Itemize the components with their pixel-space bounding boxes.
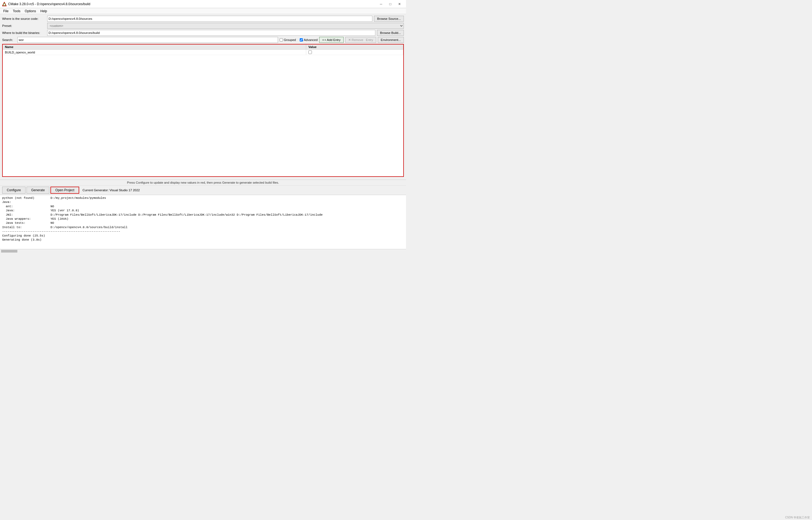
menu-help[interactable]: Help	[38, 9, 49, 14]
generator-text: Current Generator: Visual Studio 17 2022	[82, 188, 140, 192]
row-value[interactable]	[306, 50, 403, 55]
h-scroll-thumb[interactable]	[1, 250, 17, 253]
title-bar-controls: ─ □ ✕	[377, 1, 404, 7]
log-line-0: python (not found) D:/my_project/modules…	[2, 196, 404, 200]
value-checkbox-cell	[308, 50, 401, 54]
config-table-container: Name Value BUILD_opencv_world	[2, 44, 404, 177]
log-line-4: JNI: D:/Program Files/BellSoft/LibericaJ…	[2, 213, 404, 217]
log-line-12: Generating done (3.8s)	[2, 238, 404, 242]
binaries-row: Where to build the binaries: Browse Buil…	[2, 30, 404, 36]
add-entry-button[interactable]: + + Add Entry	[319, 37, 344, 43]
checkbox-group: Grouped Advanced	[280, 38, 318, 42]
search-input[interactable]	[17, 37, 278, 43]
environment-button[interactable]: Environment...	[378, 37, 404, 43]
log-line-9: ----------------------------------------…	[2, 230, 404, 234]
cmake-icon	[2, 2, 6, 6]
menu-tools[interactable]: Tools	[10, 9, 23, 14]
remove-entry-button[interactable]: ✕ Remove Entry	[345, 37, 376, 43]
col-name: Name	[3, 45, 306, 50]
source-label: Where is the source code:	[2, 17, 46, 20]
log-line-5: Java wrappers: YES (JAVA)	[2, 217, 404, 221]
row-name: BUILD_opencv_world	[3, 50, 306, 55]
horizontal-scrollbar[interactable]	[0, 249, 406, 253]
title-bar-title: CMake 3.28.0-rc5 - D:/opencv/opencv4.8.0…	[8, 2, 90, 6]
bottom-buttons: Configure Generate Open Project Current …	[0, 185, 406, 195]
source-code-row: Where is the source code: Browse Source.…	[2, 16, 404, 22]
configure-button[interactable]: Configure	[2, 187, 26, 194]
table-body: BUILD_opencv_world	[3, 50, 403, 55]
binaries-label: Where to build the binaries:	[2, 31, 46, 34]
table-row: BUILD_opencv_world	[3, 50, 403, 55]
log-line-2: ant: NO	[2, 205, 404, 209]
status-message: Press Configure to update and display ne…	[127, 181, 279, 184]
log-line-3: Java: YES (ver 17.0.8)	[2, 209, 404, 213]
config-table: Name Value BUILD_opencv_world	[3, 45, 403, 55]
remove-entry-label: Remove Entry	[352, 38, 373, 42]
search-row: Search: Grouped Advanced + + Add Entry ✕…	[2, 37, 404, 43]
maximize-button[interactable]: □	[386, 1, 395, 7]
menu-options[interactable]: Options	[23, 9, 38, 14]
title-bar-left: CMake 3.28.0-rc5 - D:/opencv/opencv4.8.0…	[2, 2, 90, 6]
browse-build-button[interactable]: Browse Build...	[377, 30, 404, 36]
main-container: Where is the source code: Browse Source.…	[0, 14, 406, 180]
preset-label: Preset:	[2, 24, 46, 27]
preset-dropdown-wrapper: <custom>	[47, 23, 404, 29]
log-line-6: Java tests: NO	[2, 221, 404, 225]
grouped-checkbox-item[interactable]: Grouped	[280, 38, 296, 42]
x-icon: ✕	[348, 38, 351, 42]
grouped-label: Grouped	[284, 38, 296, 42]
advanced-checkbox-item[interactable]: Advanced	[300, 38, 318, 42]
plus-icon: +	[322, 38, 324, 42]
grouped-checkbox[interactable]	[280, 38, 283, 42]
minimize-button[interactable]: ─	[377, 1, 385, 7]
binaries-input[interactable]	[47, 30, 375, 36]
table-header: Name Value	[3, 45, 403, 50]
title-bar: CMake 3.28.0-rc5 - D:/opencv/opencv4.8.0…	[0, 0, 406, 8]
open-project-button[interactable]: Open Project	[50, 187, 79, 194]
browse-source-button[interactable]: Browse Source...	[374, 16, 404, 22]
preset-select[interactable]: <custom>	[47, 23, 404, 29]
log-container: python (not found) D:/my_project/modules…	[0, 195, 406, 249]
menu-file[interactable]: File	[1, 9, 10, 14]
log-line-11: Configuring done (25.5s)	[2, 234, 404, 238]
col-value: Value	[306, 45, 403, 50]
status-bar: Press Configure to update and display ne…	[0, 180, 406, 185]
build-opencv-world-checkbox[interactable]	[308, 50, 312, 54]
close-button[interactable]: ✕	[395, 1, 404, 7]
search-label: Search:	[2, 38, 16, 42]
preset-row: Preset: <custom>	[2, 23, 404, 29]
generate-button[interactable]: Generate	[27, 187, 49, 194]
log-line-1: Java:	[2, 200, 404, 204]
advanced-checkbox[interactable]	[300, 38, 303, 42]
menu-bar: File Tools Options Help	[0, 8, 406, 14]
source-input[interactable]	[47, 16, 372, 22]
table-header-row: Name Value	[3, 45, 403, 50]
advanced-label: Advanced	[304, 38, 318, 42]
log-line-8: Install to: D:/opencv/opencv4.8.0/source…	[2, 226, 404, 230]
